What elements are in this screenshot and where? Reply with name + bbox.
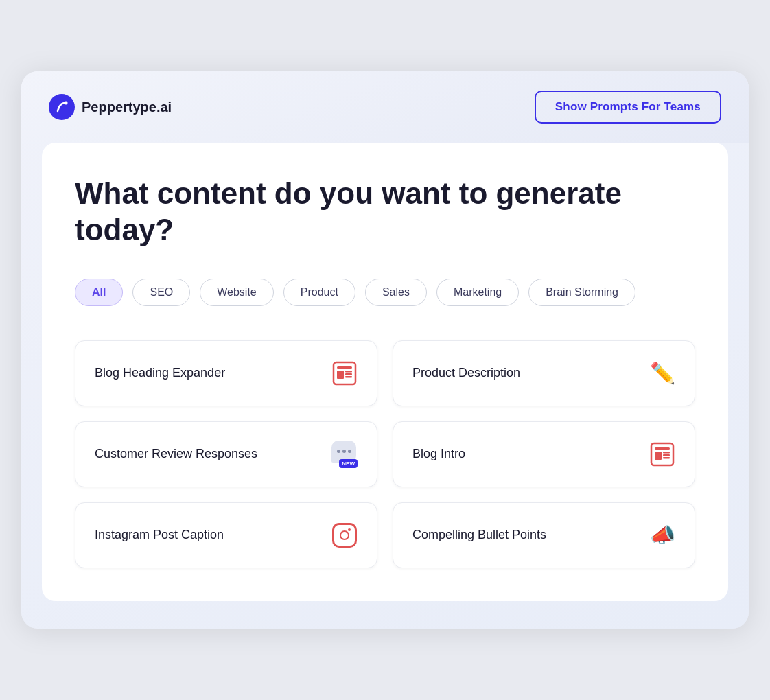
svg-rect-5 [345,373,352,375]
filter-website[interactable]: Website [200,279,274,306]
filter-all[interactable]: All [75,279,123,306]
card-label: Instagram Post Caption [95,528,224,542]
filter-sales[interactable]: Sales [365,279,427,306]
pen-icon: ✏️ [649,360,675,386]
filter-product[interactable]: Product [283,279,355,306]
svg-rect-10 [663,452,670,454]
svg-rect-9 [655,452,662,460]
svg-rect-2 [337,366,352,369]
svg-rect-1 [334,362,355,384]
svg-rect-3 [337,371,344,379]
card-label: Blog Intro [412,447,465,461]
filter-seo[interactable]: SEO [132,279,190,306]
svg-rect-8 [655,447,670,450]
card-customer-review-responses[interactable]: Customer Review Responses NEW [75,421,377,487]
card-blog-intro[interactable]: Blog Intro [393,421,695,487]
show-prompts-button[interactable]: Show Prompts For Teams [535,91,721,124]
megaphone-icon: 📣 [649,522,675,548]
outer-container: Peppertype.ai Show Prompts For Teams Wha… [21,71,749,629]
blog-icon [331,360,358,386]
card-label: Product Description [412,366,520,380]
filter-brain-storming[interactable]: Brain Storming [528,279,635,306]
logo-icon [49,94,75,120]
svg-rect-4 [345,371,352,373]
logo-text: Peppertype.ai [82,100,172,115]
card-product-description[interactable]: Product Description ✏️ [393,340,695,406]
card-instagram-post-caption[interactable]: Instagram Post Caption [75,502,377,568]
svg-point-0 [65,102,68,105]
main-card: What content do you want to generate tod… [42,143,728,601]
card-compelling-bullet-points[interactable]: Compelling Bullet Points 📣 [393,502,695,568]
svg-rect-11 [663,454,670,456]
card-label: Customer Review Responses [95,447,257,461]
page-title: What content do you want to generate tod… [75,176,695,248]
cards-grid: Blog Heading Expander Product Descriptio… [75,340,695,568]
card-blog-heading-expander[interactable]: Blog Heading Expander [75,340,377,406]
card-label: Compelling Bullet Points [412,528,546,542]
header: Peppertype.ai Show Prompts For Teams [21,71,749,143]
logo-area: Peppertype.ai [49,94,172,120]
chat-new-icon: NEW [331,441,358,467]
card-label: Blog Heading Expander [95,366,225,380]
filter-marketing[interactable]: Marketing [436,279,519,306]
svg-rect-6 [345,376,352,378]
filter-chips: All SEO Website Product Sales Marketing … [75,279,695,306]
instagram-icon [331,522,358,548]
blog2-icon [649,441,675,467]
svg-rect-12 [663,457,670,459]
svg-rect-7 [651,443,673,465]
